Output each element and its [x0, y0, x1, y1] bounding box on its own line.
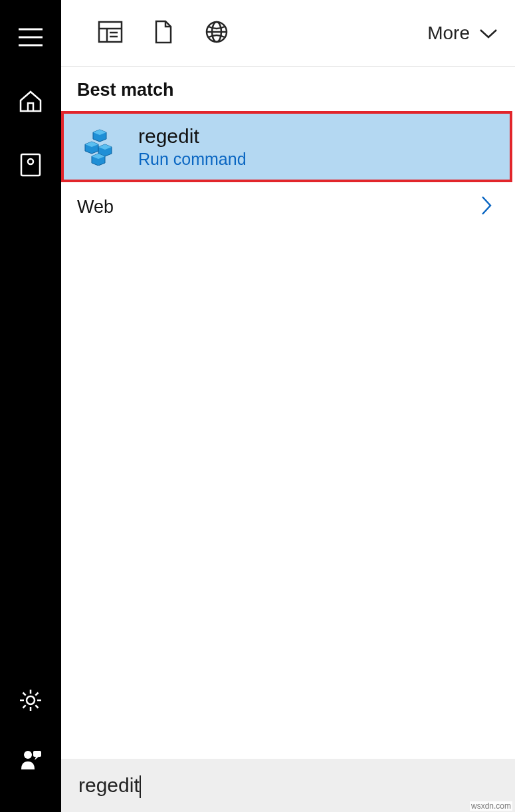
photos-button[interactable] — [11, 146, 51, 186]
search-results-panel: More Best match — [61, 0, 515, 812]
more-label: More — [427, 23, 470, 44]
chevron-right-icon — [480, 196, 492, 218]
settings-button[interactable] — [11, 682, 51, 722]
svg-point-4 — [28, 159, 33, 164]
photos-icon — [20, 153, 41, 180]
apps-filter-button[interactable] — [84, 0, 137, 67]
best-match-subtitle: Run command — [138, 150, 247, 169]
web-filter-icon — [205, 20, 229, 47]
best-match-title: regedit — [138, 124, 247, 148]
hamburger-button[interactable] — [11, 19, 51, 59]
home-icon — [19, 90, 43, 115]
search-box[interactable]: regedit — [61, 759, 515, 812]
svg-point-5 — [27, 696, 35, 704]
cortana-sidebar — [0, 0, 61, 812]
registry-cubes-icon — [77, 126, 120, 168]
best-match-result[interactable]: regedit Run command — [61, 111, 512, 182]
feedback-button[interactable] — [11, 740, 51, 780]
filter-bar: More — [61, 0, 515, 67]
svg-rect-7 — [33, 751, 41, 757]
chevron-down-icon — [479, 23, 498, 44]
settings-gear-icon — [19, 688, 43, 715]
web-section-label: Web — [77, 197, 114, 217]
best-match-header: Best match — [61, 67, 515, 111]
web-section-row[interactable]: Web — [61, 182, 515, 231]
search-input[interactable]: regedit — [78, 774, 140, 796]
more-filters-button[interactable]: More — [427, 23, 498, 44]
apps-filter-icon — [98, 21, 123, 46]
home-button[interactable] — [11, 82, 51, 122]
results-area: Best match — [61, 67, 515, 759]
best-match-text: regedit Run command — [138, 124, 247, 169]
user-feedback-icon — [19, 747, 43, 773]
hamburger-icon — [19, 28, 43, 49]
web-filter-button[interactable] — [190, 0, 243, 67]
documents-filter-icon — [154, 20, 173, 47]
watermark: wsxdn.com — [470, 801, 512, 811]
documents-filter-button[interactable] — [137, 0, 190, 67]
svg-point-6 — [24, 751, 32, 759]
